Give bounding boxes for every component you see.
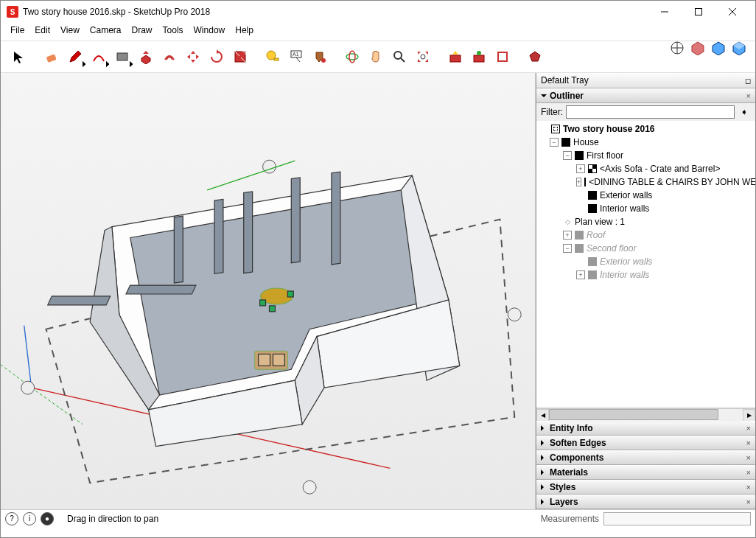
maximize-button[interactable] (682, 1, 715, 23)
close-button[interactable] (715, 1, 749, 23)
close-icon[interactable]: × (746, 497, 751, 506)
svg-rect-51 (48, 296, 111, 305)
tree-ext-walls-2[interactable]: Exterior walls (600, 256, 652, 267)
tray-header[interactable]: Default Tray ◻ (536, 73, 755, 88)
group-icon (561, 138, 570, 147)
menu-tools[interactable]: Tools (158, 24, 189, 37)
menu-camera[interactable]: Camera (85, 24, 127, 37)
tree-plan-view[interactable]: Plan view : 1 (575, 217, 625, 227)
extension-manager-tool[interactable] (524, 46, 546, 68)
tree-second-floor[interactable]: Second floor (587, 243, 636, 254)
minimize-button[interactable] (648, 1, 682, 23)
rotate-tool[interactable] (206, 46, 228, 68)
svg-rect-54 (260, 300, 266, 306)
group-icon (588, 204, 597, 213)
panel-materials[interactable]: Materials× (536, 465, 755, 480)
svg-text:A1: A1 (293, 52, 299, 57)
tree-toggle[interactable]: − (563, 244, 572, 253)
zoom-extents-tool[interactable] (412, 46, 434, 68)
scroll-thumb[interactable] (549, 409, 718, 420)
svg-rect-26 (474, 55, 484, 62)
panel-styles[interactable]: Styles× (536, 480, 755, 495)
tree-toggle[interactable]: − (550, 138, 559, 147)
measurements-input[interactable] (603, 512, 751, 525)
iso-view-icon[interactable] (670, 41, 685, 58)
menu-edit[interactable]: Edit (29, 24, 55, 37)
orbit-tool[interactable] (341, 46, 363, 68)
group-icon (588, 270, 597, 279)
warehouse-get-tool[interactable] (444, 46, 466, 68)
scroll-left-icon[interactable]: ◀ (536, 409, 549, 422)
shape-tool[interactable] (111, 46, 133, 68)
close-icon[interactable]: × (746, 424, 751, 433)
menu-draw[interactable]: Draw (127, 24, 158, 37)
text-tool[interactable]: A1 (285, 46, 307, 68)
svg-point-19 (321, 58, 326, 63)
tree-toggle[interactable]: − (563, 151, 572, 160)
app-icon: S (7, 6, 18, 18)
panel-components[interactable]: Components× (536, 450, 755, 465)
eraser-tool[interactable] (41, 46, 63, 68)
close-icon[interactable]: × (746, 453, 751, 462)
tree-first-floor[interactable]: First floor (587, 150, 623, 161)
svg-rect-46 (174, 216, 183, 283)
xray-view-icon[interactable] (690, 41, 705, 58)
outliner-hscroll[interactable]: ◀ ▶ (536, 408, 755, 421)
paint-tool[interactable] (309, 46, 331, 68)
menu-view[interactable]: View (55, 24, 85, 37)
filter-input[interactable] (566, 105, 735, 119)
panel-outliner-header[interactable]: Outliner × (536, 88, 755, 103)
scroll-right-icon[interactable]: ▶ (743, 409, 755, 422)
svg-rect-56 (269, 306, 275, 312)
zoom-tool[interactable] (388, 46, 410, 68)
svg-point-36 (508, 308, 521, 321)
tree-ext-walls[interactable]: Exterior walls (600, 190, 652, 200)
tree-root[interactable]: Two story house 2016 (563, 124, 654, 134)
mono-view-icon[interactable] (732, 41, 746, 58)
filter-go-icon[interactable]: ➧ (738, 105, 751, 119)
select-tool[interactable] (8, 46, 30, 68)
shaded-view-icon[interactable] (711, 41, 726, 58)
tree-toggle[interactable]: + (576, 164, 585, 173)
tape-tool[interactable] (262, 46, 284, 68)
panel-entity-info[interactable]: Entity Info× (536, 421, 755, 436)
close-icon[interactable]: × (746, 468, 751, 477)
tree-int-walls[interactable]: Interior walls (600, 203, 649, 214)
tree-sofa[interactable]: <Axis Sofa - Crate and Barrel> (600, 164, 720, 174)
layout-tool[interactable] (491, 46, 514, 68)
panel-soften-edges[interactable]: Soften Edges× (536, 436, 755, 450)
close-icon[interactable]: × (746, 483, 751, 492)
pin-icon[interactable]: ◻ (745, 77, 751, 85)
tree-roof[interactable]: Roof (587, 230, 605, 240)
user-icon[interactable]: ● (41, 512, 54, 525)
outliner-filter-row: Filter: ➧ (536, 103, 755, 121)
help-icon[interactable]: ? (5, 512, 18, 525)
menu-help[interactable]: Help (230, 24, 259, 37)
group-icon (588, 257, 597, 266)
outliner-tree[interactable]: Two story house 2016 −House −First floor… (536, 121, 755, 408)
info-icon[interactable]: i (23, 512, 36, 525)
pan-tool[interactable] (365, 46, 387, 68)
menu-window[interactable]: Window (189, 24, 231, 37)
pushpull-tool[interactable] (135, 46, 157, 68)
close-icon[interactable]: × (746, 91, 751, 100)
main-toolbar: A1 (1, 41, 755, 72)
menu-file[interactable]: File (5, 24, 29, 37)
scale-tool[interactable] (229, 46, 251, 68)
close-icon[interactable]: × (746, 439, 751, 447)
tree-toggle[interactable]: + (576, 270, 585, 279)
tree-int-walls-2[interactable]: Interior walls (600, 270, 649, 280)
tree-house[interactable]: House (573, 137, 599, 147)
warehouse-share-tool[interactable] (468, 46, 490, 68)
arc-tool[interactable] (88, 46, 110, 68)
title-bar: S Two story house 2016.skp - SketchUp Pr… (1, 1, 755, 23)
viewport-3d[interactable] (1, 73, 536, 509)
tree-dining[interactable]: <DINING TABLE & CHAIRS BY JOHN WEICK (589, 177, 755, 187)
pencil-tool[interactable] (64, 46, 86, 68)
svg-rect-58 (259, 354, 270, 366)
move-tool[interactable] (182, 46, 204, 68)
panel-layers[interactable]: Layers× (536, 495, 755, 509)
tree-toggle[interactable]: + (563, 231, 572, 240)
offset-tool[interactable] (158, 46, 181, 68)
tree-toggle[interactable]: + (576, 178, 581, 186)
